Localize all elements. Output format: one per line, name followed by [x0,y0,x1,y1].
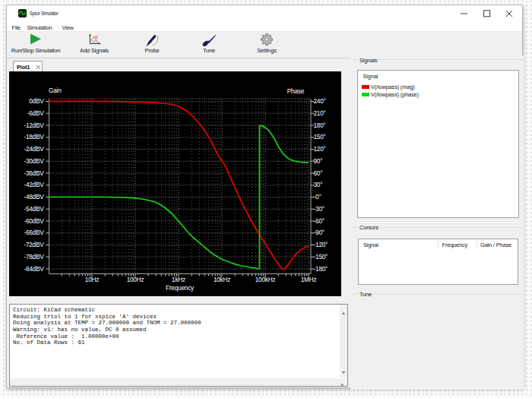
svg-text:-60dBV: -60dBV [24,218,44,225]
svg-text:120°: 120° [314,146,326,153]
svg-text:1MHz: 1MHz [301,276,317,283]
svg-text:-84dBV: -84dBV [24,266,44,273]
svg-text:-180°: -180° [314,266,328,273]
svg-text:-60°: -60° [314,218,325,225]
svg-text:90°: 90° [314,158,323,165]
svg-text:-42dBV: -42dBV [24,182,44,188]
svg-text:-66dBV: -66dBV [24,229,44,236]
svg-text:1kHz: 1kHz [172,276,185,283]
svg-text:10Hz: 10Hz [85,276,99,283]
svg-text:-36dBV: -36dBV [24,170,44,177]
svg-text:30°: 30° [314,182,323,188]
svg-text:-78dBV: -78dBV [24,254,44,261]
svg-text:100Hz: 100Hz [127,276,144,283]
svg-text:-90°: -90° [314,229,325,236]
svg-text:Phase: Phase [287,88,305,95]
svg-text:100kHz: 100kHz [255,276,276,283]
svg-text:240°: 240° [314,98,326,105]
svg-text:-6dBV: -6dBV [27,110,44,117]
svg-text:-30dBV: -30dBV [24,158,44,165]
svg-text:-150°: -150° [314,254,328,261]
svg-text:V(t): V(t) [92,35,98,39]
svg-text:-120°: -120° [314,242,328,248]
svg-text:Frequency: Frequency [166,285,195,292]
svg-text:-12dBV: -12dBV [24,122,44,129]
svg-text:60°: 60° [314,170,323,177]
svg-text:Gain: Gain [49,87,62,94]
svg-text:210°: 210° [314,110,326,117]
svg-text:150°: 150° [314,134,326,141]
svg-text:-72dBV: -72dBV [24,242,44,248]
svg-text:-48dBV: -48dBV [24,194,44,201]
svg-text:0dBV: 0dBV [29,98,44,105]
svg-text:-0°: -0° [314,194,321,201]
svg-text:-24dBV: -24dBV [24,146,44,153]
svg-text:-30°: -30° [314,206,325,213]
svg-text:10kHz: 10kHz [214,276,230,283]
svg-text:-54dBV: -54dBV [24,206,44,213]
svg-text:180°: 180° [314,122,326,129]
svg-text:-18dBV: -18dBV [24,134,44,141]
